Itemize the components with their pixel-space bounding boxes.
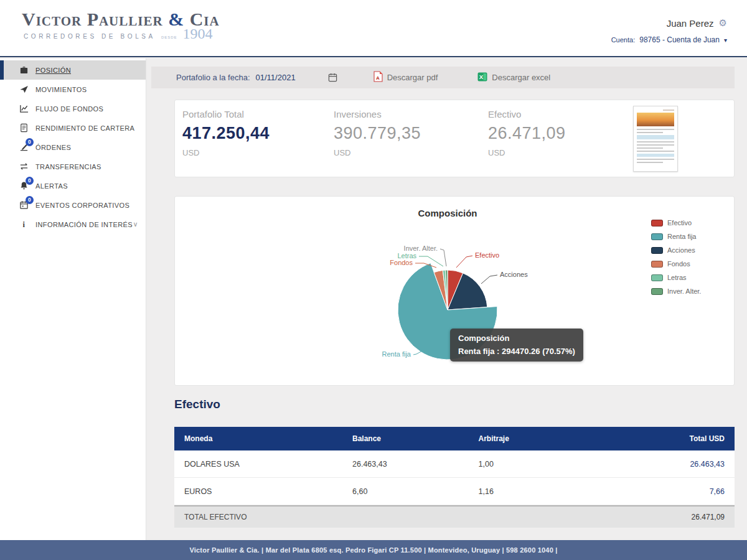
sidebar-item-alertas[interactable]: 0ALERTAS xyxy=(0,176,146,195)
report-cover-image xyxy=(637,113,674,126)
legend-label: Efectivo xyxy=(667,219,692,226)
account-value: 98765 - Cuenta de Juan xyxy=(639,35,720,44)
info-icon: i xyxy=(19,220,29,230)
download-excel-label: Descargar excel xyxy=(492,73,550,82)
pie-slice-label: Renta fija xyxy=(382,350,411,358)
legend-label: Inver. Alter. xyxy=(667,287,701,295)
pie-slice-label: Efectivo xyxy=(475,251,499,259)
footer-text: Victor Paullier & Cia. | Mar del Plata 6… xyxy=(189,546,557,554)
efectivo-section-title: Efectivo xyxy=(174,398,220,411)
company-logo[interactable]: Victor Paullier & Cia CORREDORES DE BOLS… xyxy=(22,9,220,40)
summary-label: Efectivo xyxy=(488,109,566,119)
sidebar-item-movimientos[interactable]: MOVIMIENTOS xyxy=(0,80,146,99)
notification-badge: 0 xyxy=(26,196,34,204)
legend-label: Fondos xyxy=(667,260,690,268)
sidebar-item-label: ÓRDENES xyxy=(35,144,71,151)
summary-value: 26.471,09 xyxy=(488,124,566,143)
orders-icon: 0 xyxy=(19,142,29,152)
table-cell: EUROS xyxy=(174,487,342,496)
download-pdf-label: Descargar pdf xyxy=(387,73,438,82)
efectivo-table: MonedaBalanceArbitrajeTotal USD DOLARES … xyxy=(174,427,735,528)
portfolio-summary-card: Portafolio Total417.250,44USDInversiones… xyxy=(174,100,735,177)
account-selector[interactable]: Cuenta: 98765 - Cuenta de Juan ▾ xyxy=(611,35,727,44)
summary-currency: USD xyxy=(488,148,566,157)
legend-item-inver-alter[interactable]: Inver. Alter. xyxy=(651,287,701,295)
transfer-icon xyxy=(19,162,29,172)
pie-slice-label: Acciones xyxy=(500,271,528,278)
page-footer: Victor Paullier & Cia. | Mar del Plata 6… xyxy=(0,540,747,560)
send-icon xyxy=(19,85,29,95)
top-header: Victor Paullier & Cia CORREDORES DE BOLS… xyxy=(0,0,747,57)
summary-inversiones: Inversiones390.779,35USD xyxy=(334,109,421,157)
sidebar-item-label: MOVIMIENTOS xyxy=(35,86,87,93)
column-header-total-usd: Total USD xyxy=(603,434,735,443)
sidebar-item-transferencias[interactable]: TRANSFERENCIAS xyxy=(0,157,146,176)
legend-label: Acciones xyxy=(667,246,695,254)
pie-label-line xyxy=(456,256,472,268)
report-icon xyxy=(19,123,29,133)
report-thumbnail[interactable] xyxy=(633,106,678,172)
app-root: Victor Paullier & Cia CORREDORES DE BOLS… xyxy=(0,0,747,560)
legend-item-acciones[interactable]: Acciones xyxy=(651,246,701,254)
notification-badge: 0 xyxy=(26,177,34,185)
column-header-arbitraje: Arbitraje xyxy=(469,434,603,443)
sidebar-item-eventos-corporativos[interactable]: 0EVENTOS CORPORATIVOS xyxy=(0,195,146,215)
table-row-euros: EUROS6,601,167,66 xyxy=(174,478,735,505)
portfolio-toolbar: Portafolio a la fecha: 01/11/2021 A Desc… xyxy=(151,67,735,88)
legend-item-efectivo[interactable]: Efectivo xyxy=(651,219,701,226)
chevron-down-icon: ∨ xyxy=(133,220,138,228)
date-value[interactable]: 01/11/2021 xyxy=(256,73,296,82)
calendar-icon[interactable] xyxy=(328,73,337,82)
legend-label: Renta fija xyxy=(667,233,696,240)
summary-label: Portafolio Total xyxy=(182,109,270,119)
column-header-balance: Balance xyxy=(342,434,469,443)
pdf-icon: A xyxy=(374,71,383,84)
summary-value: 417.250,44 xyxy=(182,124,270,143)
sidebar-item-flujo-de-fondos[interactable]: FLUJO DE FONDOS xyxy=(0,99,146,118)
table-cell: 1,00 xyxy=(469,460,603,469)
legend-item-renta-fija[interactable]: Renta fija xyxy=(651,233,701,240)
logo-subtitle: CORREDORES DE BOLSA DESDE 1904 xyxy=(22,28,220,40)
sidebar-item-label: INFORMACIÓN DE INTERÉS xyxy=(35,221,133,228)
svg-text:i: i xyxy=(22,220,25,229)
legend-swatch xyxy=(651,233,663,240)
sidebar-item-label: TRANSFERENCIAS xyxy=(35,163,101,170)
summary-portafolio-total: Portafolio Total417.250,44USD xyxy=(182,109,270,157)
pie-slice-label: Letras xyxy=(397,252,416,259)
table-cell: DOLARES USA xyxy=(174,460,342,469)
legend-swatch xyxy=(651,261,663,268)
summary-currency: USD xyxy=(334,148,421,157)
date-label: Portafolio a la fecha: xyxy=(176,73,250,82)
sidebar-nav: POSICIÓNMOVIMIENTOSFLUJO DE FONDOSRENDIM… xyxy=(0,58,146,540)
sidebar-item-informacion-de-interes[interactable]: iINFORMACIÓN DE INTERÉS∨ xyxy=(0,215,146,234)
summary-currency: USD xyxy=(182,148,270,157)
table-cell: 1,16 xyxy=(469,487,603,496)
sidebar-item-rendimiento-de-cartera[interactable]: RENDIMIENTO DE CARTERA xyxy=(0,118,146,138)
sidebar-item-label: EVENTOS CORPORATIVOS xyxy=(35,202,129,209)
legend-label: Letras xyxy=(667,274,687,281)
sidebar-item-posicion[interactable]: POSICIÓN xyxy=(0,60,146,80)
download-excel-button[interactable]: X Descargar excel xyxy=(477,72,550,83)
column-header-moneda: Moneda xyxy=(174,434,342,443)
pie-slice-label: Inver. Alter. xyxy=(404,245,438,252)
notification-badge: 0 xyxy=(26,138,34,146)
gear-icon[interactable]: ⚙ xyxy=(719,17,727,29)
portfolio-icon xyxy=(19,65,29,75)
download-pdf-button[interactable]: A Descargar pdf xyxy=(374,71,438,84)
pie-label-line xyxy=(481,275,497,284)
svg-text:A: A xyxy=(376,75,380,81)
legend-item-fondos[interactable]: Fondos xyxy=(651,260,701,268)
main-content: Portafolio a la fecha: 01/11/2021 A Desc… xyxy=(146,58,747,540)
table-row-dolares-usa: DOLARES USA26.463,431,0026.463,43 xyxy=(174,450,735,478)
summary-efectivo: Efectivo26.471,09USD xyxy=(488,109,566,157)
legend-item-letras[interactable]: Letras xyxy=(651,274,701,281)
table-header-row: MonedaBalanceArbitrajeTotal USD xyxy=(174,427,735,450)
sidebar-item-ordenes[interactable]: 0ÓRDENES xyxy=(0,138,146,157)
bell-icon: 0 xyxy=(19,181,29,191)
legend-swatch xyxy=(651,247,663,254)
total-label: TOTAL EFECTIVO xyxy=(174,513,454,521)
svg-text:X: X xyxy=(479,73,484,80)
user-menu[interactable]: Juan Perez ⚙ xyxy=(667,17,727,29)
legend-swatch xyxy=(651,288,663,295)
table-cell: 6,60 xyxy=(342,487,469,496)
